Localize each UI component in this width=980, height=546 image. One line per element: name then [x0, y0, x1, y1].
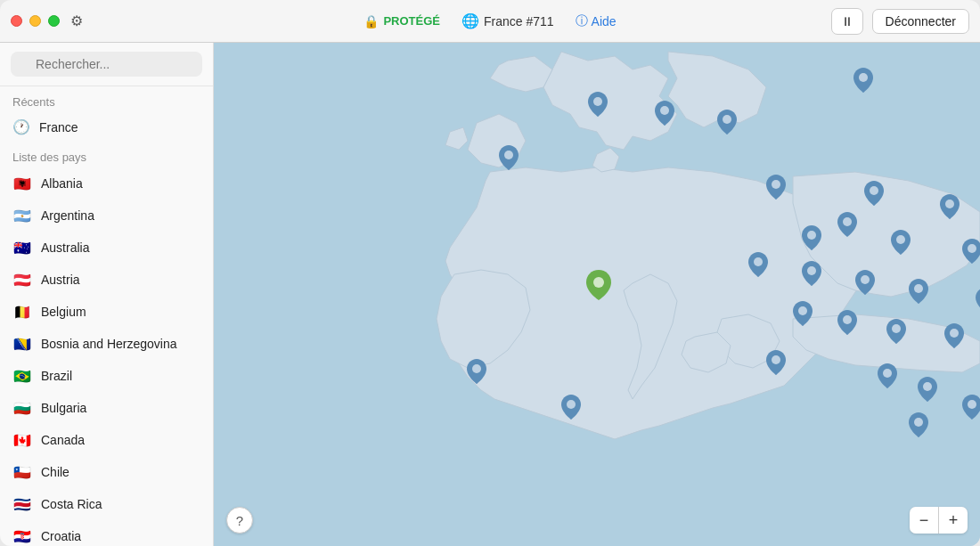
country-bosnia[interactable]: 🇧🇦 Bosnia and Herzegovina	[0, 328, 213, 360]
name-brazil: Brazil	[41, 369, 72, 383]
map-pin-8[interactable]	[837, 212, 857, 237]
country-australia[interactable]: 🇦🇺 Australia	[0, 232, 213, 264]
map-pin-9[interactable]	[802, 225, 821, 250]
svg-point-10	[807, 231, 816, 240]
map-pin-3[interactable]	[655, 101, 674, 126]
name-costa-rica: Costa Rica	[41, 497, 102, 511]
map-pin-19[interactable]	[886, 319, 906, 344]
map-pin-2[interactable]	[588, 92, 608, 117]
flag-brazil: 🇧🇷	[12, 366, 32, 386]
map-pin-16[interactable]	[976, 288, 980, 313]
titlebar-center: 🔒 PROTÉGÉ 🌐 France #711 ⓘ Aide	[363, 12, 616, 29]
country-belgium[interactable]: 🇧🇪 Belgium	[0, 296, 213, 328]
svg-point-17	[914, 284, 923, 293]
svg-point-4	[723, 115, 731, 124]
flag-austria: 🇦🇹	[12, 270, 32, 289]
svg-point-26	[968, 400, 976, 409]
svg-point-24	[883, 369, 892, 378]
svg-point-22	[950, 329, 959, 338]
country-austria[interactable]: 🇦🇹 Austria	[0, 264, 213, 296]
server-name-text: France #711	[484, 14, 554, 29]
flag-chile: 🇨🇱	[12, 462, 32, 482]
name-argentina: Argentina	[41, 208, 94, 223]
search-wrap: 🔍	[11, 52, 202, 77]
map-pin-6[interactable]	[864, 181, 884, 206]
map-pin-4[interactable]	[717, 110, 737, 134]
map-pin-10[interactable]	[891, 230, 911, 255]
map-pin-27[interactable]	[561, 395, 581, 420]
clock-icon: 🕐	[12, 118, 30, 135]
map-pin-18[interactable]	[837, 310, 857, 335]
svg-point-9	[843, 217, 852, 226]
help-link[interactable]: ⓘ Aide	[576, 13, 617, 29]
filter-icon[interactable]: ⚙	[70, 12, 83, 29]
sidebar-list: Récents 🕐 France Liste des pays 🇦🇱 Alban…	[0, 86, 213, 546]
zoom-in-button[interactable]: +	[939, 507, 968, 534]
close-button[interactable]	[11, 15, 22, 27]
map-pin-24[interactable]	[962, 395, 980, 420]
country-costa-rica[interactable]: 🇨🇷 Costa Rica	[0, 488, 213, 520]
svg-point-8	[945, 200, 954, 208]
map-pin-22[interactable]	[878, 363, 897, 388]
name-bulgaria: Bulgaria	[41, 401, 86, 415]
name-croatia: Croatia	[41, 529, 81, 543]
map-pin-france-active[interactable]	[586, 270, 611, 300]
map-pin-uk[interactable]	[499, 145, 519, 170]
pause-button[interactable]: ⏸	[831, 8, 863, 35]
help-label: Aide	[592, 14, 617, 29]
country-argentina[interactable]: 🇦🇷 Argentina	[0, 200, 213, 232]
server-name[interactable]: 🌐 France #711	[461, 12, 554, 29]
svg-point-14	[754, 257, 763, 266]
map-pin-17[interactable]	[793, 301, 813, 326]
svg-point-3	[660, 106, 669, 115]
flag-argentina: 🇦🇷	[12, 206, 32, 225]
map-pin-7[interactable]	[940, 194, 960, 219]
country-canada[interactable]: 🇨🇦 Canada	[0, 424, 213, 456]
pause-icon: ⏸	[841, 14, 853, 29]
svg-point-6	[772, 180, 780, 189]
recent-france[interactable]: 🕐 France	[0, 112, 213, 142]
zoom-out-button[interactable]: −	[910, 507, 938, 534]
map-controls-bottom-left: ?	[226, 507, 253, 534]
map-pin-15[interactable]	[909, 279, 928, 304]
flag-bosnia: 🇧🇦	[12, 334, 32, 354]
country-albania[interactable]: 🇦🇱 Albania	[0, 167, 213, 200]
map-pin-1[interactable]	[853, 68, 873, 93]
svg-point-28	[472, 364, 481, 373]
question-icon: ?	[236, 513, 243, 528]
countries-label: Liste des pays	[0, 142, 213, 167]
map-pin-20[interactable]	[944, 323, 964, 348]
map-pin-21[interactable]	[766, 350, 786, 375]
svg-point-12	[968, 244, 976, 253]
country-bulgaria[interactable]: 🇧🇬 Bulgaria	[0, 392, 213, 424]
name-chile: Chile	[41, 465, 69, 479]
map-pin-11[interactable]	[962, 239, 980, 264]
map-pin-14[interactable]	[855, 270, 875, 295]
flag-canada: 🇨🇦	[12, 430, 32, 450]
map-pin-5[interactable]	[766, 175, 786, 200]
svg-point-23	[772, 355, 780, 364]
flag-belgium: 🇧🇪	[12, 302, 32, 322]
svg-point-2	[593, 97, 602, 106]
minimize-button[interactable]	[29, 15, 41, 27]
map-pin-13[interactable]	[802, 261, 821, 286]
map-pin-23[interactable]	[918, 377, 937, 402]
map-pin-26[interactable]	[467, 359, 486, 384]
svg-point-11	[896, 235, 905, 244]
country-chile[interactable]: 🇨🇱 Chile	[0, 456, 213, 488]
map-pin-25[interactable]	[909, 412, 928, 437]
traffic-lights	[11, 15, 60, 27]
name-australia: Australia	[41, 240, 89, 255]
titlebar: ⚙ 🔒 PROTÉGÉ 🌐 France #711 ⓘ Aide ⏸ Décon…	[0, 0, 980, 43]
name-bosnia: Bosnia and Herzegovina	[41, 337, 177, 351]
search-input[interactable]	[11, 52, 202, 77]
svg-point-19	[798, 306, 807, 315]
country-brazil[interactable]: 🇧🇷 Brazil	[0, 360, 213, 392]
disconnect-button[interactable]: Déconnecter	[872, 9, 969, 34]
map-help-button[interactable]: ?	[226, 507, 253, 534]
maximize-button[interactable]	[48, 15, 60, 27]
titlebar-right: ⏸ Déconnecter	[831, 8, 969, 35]
help-icon: ⓘ	[576, 13, 588, 29]
map-pin-12[interactable]	[748, 252, 768, 277]
country-croatia[interactable]: 🇭🇷 Croatia	[0, 520, 213, 546]
